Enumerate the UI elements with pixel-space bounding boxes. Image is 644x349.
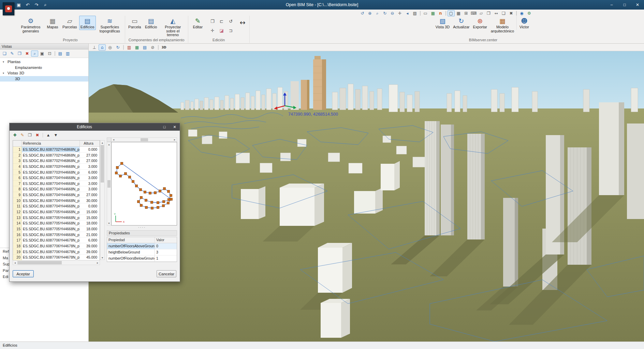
save-icon[interactable]: ▣ [16, 2, 22, 8]
scroll-down-icon[interactable]: ▾ [107, 221, 111, 225]
work-plane-icon[interactable]: ⊥ [91, 44, 98, 50]
table-row[interactable]: 14 ES.SDGC.BU.6087705YH4668N_part3 18.00… [13, 220, 100, 226]
scroll-right-icon[interactable]: ▸ [173, 138, 177, 142]
table-row[interactable]: 12 ES.SDGC.BU.6087705YH4668N_part1 15.00… [13, 209, 100, 215]
open-plan-icon[interactable]: ▤ [57, 50, 64, 57]
maximize-button[interactable]: □ [618, 0, 631, 10]
propiedad-header[interactable]: Propiedad [107, 237, 155, 243]
dialog-maximize-button[interactable]: □ [159, 123, 170, 131]
table-row[interactable]: 7 ES.SDGC.BU.6087704YH4668N_part2 3.000 [13, 181, 100, 187]
table-horizontal-scrollbar[interactable]: ◂ ▸ [13, 260, 100, 265]
move-tool-icon[interactable]: ✛ [208, 26, 217, 34]
property-row[interactable]: heightBelowGround 3 [107, 249, 177, 256]
zoom-view-icon[interactable]: ⌕ [31, 50, 38, 57]
scroll-up-icon[interactable]: ▴ [100, 141, 104, 145]
orbit-3d-icon[interactable]: ↻ [114, 44, 121, 50]
table-vertical-scrollbar[interactable]: ▴ ▾ [100, 140, 105, 260]
parcela-button[interactable]: ▭ Parcela [127, 16, 143, 30]
scroll-up-icon[interactable]: ▴ [107, 142, 111, 146]
move-down-icon[interactable]: ▼ [53, 132, 59, 138]
scroll-thumb[interactable] [101, 145, 104, 183]
scroll-down-icon[interactable]: ▾ [100, 256, 104, 260]
tree-item-emplazamiento[interactable]: Emplazamiento [0, 65, 88, 71]
table-row[interactable]: 16 ES.SDGC.BU.6087705YH4668N_part5 21.00… [13, 232, 100, 238]
parcelas-button[interactable]: ▱ Parcelas [61, 16, 78, 30]
preview-horizontal-scrollbar[interactable]: ◂ ▸ [111, 137, 177, 142]
dialog-close-button[interactable]: ✕ [170, 123, 180, 131]
table-row[interactable]: 6 ES.SDGC.BU.6087704YH4668N_part1 3.000 [13, 175, 100, 181]
table-row[interactable]: 18 ES.SDGC.BU.6087706YH4678N_part2 39.00… [13, 243, 100, 249]
open-plan-alt-icon[interactable]: ▥ [64, 50, 71, 57]
table-row[interactable]: 15 ES.SDGC.BU.6087705YH4668N_part4 18.00… [13, 226, 100, 232]
splitter-handle[interactable]: ···· [107, 226, 177, 229]
duplicate-view-icon[interactable]: ❐ [16, 50, 23, 57]
table-row[interactable]: 9 ES.SDGC.BU.6087704YH4668N_part4 27.000 [13, 192, 100, 198]
scroll-left-icon[interactable]: ◂ [13, 261, 17, 265]
rotate-tool-icon[interactable]: ↺ [227, 17, 235, 25]
edificios-button[interactable]: ▤ Edificios [79, 16, 96, 30]
table-row[interactable]: 13 ES.SDGC.BU.6087705YH4668N_part2 15.00… [13, 215, 100, 221]
property-row[interactable]: numberOfFloorsBelowGround 1 [107, 256, 177, 262]
table-row[interactable]: 17 ES.SDGC.BU.6087706YH4678N_part1 6.000 [13, 237, 100, 243]
scroll-thumb[interactable] [17, 261, 62, 264]
table-row[interactable]: 11 ES.SDGC.BU.6087704YH4668N_part6 0.000 [13, 203, 100, 209]
table-row[interactable]: 19 ES.SDGC.BU.6087706YH4678N_part3 39.00… [13, 249, 100, 255]
preview-vertical-scrollbar[interactable]: ▴ ▾ [107, 142, 111, 226]
mirror-tool-icon[interactable]: ⊐ [227, 26, 235, 34]
app-menu-button[interactable] [3, 2, 14, 15]
actualizar-button[interactable]: ↻ Actualizar [452, 16, 471, 30]
move-up-icon[interactable]: ▲ [45, 132, 51, 138]
table-row[interactable]: 20 ES.SDGC.BU.6087706YH4678N_part4 45.00… [13, 255, 100, 260]
search-icon[interactable]: ⌕ [42, 2, 48, 8]
copy-row-icon[interactable]: ❐ [27, 132, 33, 138]
snapshot-region-icon[interactable]: ⊡ [46, 50, 53, 57]
scroll-thumb[interactable] [141, 138, 148, 141]
table-row[interactable]: 2 ES.SDGC.BU.6087702YH6868N_part2 27.000 [13, 152, 100, 158]
orientation-icon[interactable]: ⌂ [99, 44, 106, 50]
table-row[interactable]: 5 ES.SDGC.BU.6087703YH4668N_part2 6.000 [13, 170, 100, 175]
mapas-button[interactable]: ▦ Mapas [45, 16, 60, 30]
erase-tool-icon[interactable]: ◪ [218, 26, 226, 34]
scroll-left-icon[interactable]: ◂ [112, 138, 116, 142]
property-value[interactable]: 0 [155, 243, 177, 249]
edificio-button[interactable]: ▤ Edificio [143, 16, 159, 30]
table-row[interactable]: 3 ES.SDGC.BU.6087702YH6868N_part3 27.000 [13, 158, 100, 164]
terrain-layer-icon[interactable]: ▦ [133, 44, 141, 50]
minimize-button[interactable]: – [605, 0, 618, 10]
tree-group-plantas[interactable]: ▾Plantas [0, 59, 88, 65]
parametros-generales-button[interactable]: ⚙ Parámetros generales [17, 16, 44, 34]
undo-icon[interactable]: ↶ [25, 2, 31, 8]
new-view-icon[interactable]: ❏ [1, 50, 8, 57]
property-value[interactable]: 3 [155, 249, 177, 256]
table-row[interactable]: 10 ES.SDGC.BU.6087704YH4668N_part5 30.00… [13, 198, 100, 204]
edit-row-icon[interactable]: ✎ [19, 132, 25, 138]
snapshot-icon[interactable]: ▣ [39, 50, 46, 57]
visibility-icon[interactable]: ◎ [106, 44, 114, 50]
delete-view-icon[interactable]: ✖ [24, 50, 31, 57]
tree-group-vistas-3d[interactable]: ▾Vistas 3D [0, 70, 88, 76]
redo-icon[interactable]: ↷ [33, 2, 40, 8]
property-row[interactable]: numberOfFloorsAboveGround 0 [107, 243, 177, 249]
view-3d-mode-icon[interactable]: 3D [160, 44, 167, 50]
modelo-arquitectonico-button[interactable]: ▦ Modelo arquitectónico [489, 16, 516, 34]
measure-tool-icon[interactable]: ↔ [240, 18, 246, 27]
offset-tool-icon[interactable]: ⊏ [218, 17, 226, 25]
preview-canvas[interactable]: Y X [111, 142, 177, 226]
hide-layer-icon[interactable]: ⊘ [149, 44, 156, 50]
dialog-title-bar[interactable]: Edificios □ ✕ [10, 123, 180, 131]
parcels-layer-icon[interactable]: ▤ [141, 44, 148, 50]
altura-header[interactable]: Altura [80, 141, 99, 146]
cancelar-button[interactable]: Cancelar [157, 270, 176, 277]
referencia-header[interactable]: Referencia [22, 141, 80, 146]
scroll-thumb[interactable] [107, 180, 111, 188]
add-row-icon[interactable]: ✚ [12, 132, 18, 138]
tree-item-3d[interactable]: 3D [0, 76, 88, 82]
property-value[interactable]: 1 [155, 256, 177, 262]
copy-tool-icon[interactable]: ❐ [208, 17, 217, 25]
table-row[interactable]: 1 ES.SDGC.BU.6087702YH6868N_part1 0.000 [13, 147, 100, 152]
close-button[interactable]: ✕ [631, 0, 644, 10]
vista-3d-button[interactable]: ▧ Vista 3D [434, 16, 451, 30]
editar-button[interactable]: ✎ Editar [190, 16, 206, 30]
table-row[interactable]: 4 ES.SDGC.BU.6087703YH4668N_part1 3.000 [13, 164, 100, 170]
delete-row-icon[interactable]: ✖ [34, 132, 40, 138]
